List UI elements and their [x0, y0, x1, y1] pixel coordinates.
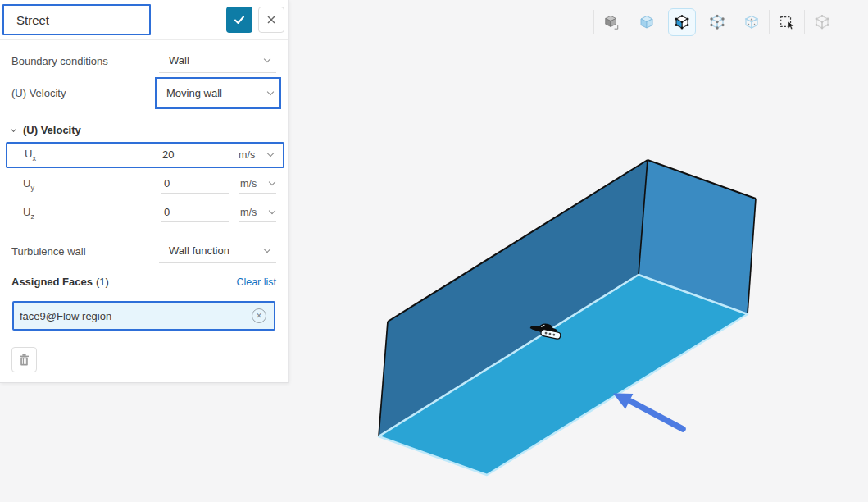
- assigned-faces-box[interactable]: face9@Flow region ×: [12, 301, 275, 331]
- face-chip[interactable]: face9@Flow region ×: [14, 303, 274, 329]
- boundary-conditions-label: Boundary conditions: [11, 55, 159, 67]
- assigned-faces-label: Assigned Faces: [11, 276, 93, 288]
- turbulence-wall-row: Turbulence wall Wall function: [0, 235, 288, 267]
- ux-unit-select[interactable]: m/s: [237, 147, 275, 164]
- select-edges-icon[interactable]: [743, 13, 760, 31]
- delete-button[interactable]: [11, 347, 37, 372]
- chevron-down-icon: [269, 208, 275, 214]
- ux-unit-value: m/s: [239, 149, 255, 161]
- boundary-conditions-value: Wall: [169, 54, 189, 66]
- chevron-down-icon: [267, 89, 274, 95]
- turbulence-wall-value: Wall function: [169, 244, 229, 257]
- velocity-type-select[interactable]: Moving wall: [155, 77, 281, 109]
- velocity-direction-arrow: [613, 394, 683, 430]
- uy-label: Uy: [23, 177, 152, 192]
- boundary-conditions-row: Boundary conditions Wall: [0, 48, 288, 74]
- uz-value-input[interactable]: [161, 203, 229, 222]
- apply-button[interactable]: [226, 7, 252, 33]
- ux-value-input[interactable]: [159, 146, 228, 164]
- uz-unit-select[interactable]: m/s: [239, 204, 276, 222]
- bc-name-row: [0, 0, 288, 40]
- velocity-type-row: (U) Velocity Moving wall: [0, 75, 288, 111]
- uz-unit-value: m/s: [240, 207, 257, 218]
- cancel-button[interactable]: [258, 7, 284, 33]
- chevron-down-icon: [264, 55, 270, 62]
- select-vertices-icon[interactable]: [709, 13, 725, 31]
- velocity-uz-row: Uz m/s: [0, 199, 288, 227]
- boundary-conditions-select[interactable]: Wall: [159, 49, 276, 73]
- velocity-type-label: (U) Velocity: [11, 87, 155, 99]
- panel-footer: [0, 340, 288, 374]
- uy-unit-select[interactable]: m/s: [239, 176, 276, 194]
- uz-label: Uz: [23, 206, 152, 221]
- chevron-down-icon: [264, 245, 270, 252]
- turbulence-wall-label: Turbulence wall: [11, 245, 159, 258]
- toolbar-separator: [804, 10, 805, 34]
- velocity-uy-row: Uy m/s: [0, 170, 288, 199]
- select-faces-icon[interactable]: [674, 13, 690, 31]
- assigned-faces-count: (1): [96, 276, 236, 288]
- boundary-condition-panel: Boundary conditions Wall (U) Velocity Mo…: [0, 0, 289, 383]
- ux-label: Ux: [25, 148, 150, 162]
- collapse-chevron-icon[interactable]: [11, 126, 16, 131]
- view-cube-icon[interactable]: [603, 13, 620, 31]
- close-icon: [265, 13, 278, 26]
- bc-name-input[interactable]: [2, 4, 151, 35]
- box-select-icon[interactable]: [779, 13, 795, 31]
- trash-icon: [18, 354, 30, 367]
- velocity-type-value: Moving wall: [166, 87, 222, 99]
- select-volumes-icon[interactable]: [639, 13, 655, 31]
- face-chip-label: face9@Flow region: [20, 310, 111, 322]
- toolbar-separator: [769, 10, 770, 34]
- chevron-down-icon: [267, 150, 274, 157]
- remove-face-icon[interactable]: ×: [252, 308, 266, 323]
- velocity-section-title: (U) Velocity: [23, 124, 81, 136]
- velocity-ux-row: Ux m/s: [6, 142, 284, 168]
- view-toolbar: [593, 6, 839, 39]
- assigned-faces-header: Assigned Faces (1) Clear list: [0, 276, 288, 295]
- check-icon: [232, 12, 247, 27]
- toolbar-separator: [593, 10, 594, 34]
- chevron-down-icon: [269, 179, 275, 185]
- turbulence-wall-select[interactable]: Wall function: [159, 240, 276, 263]
- toolbar-separator: [629, 10, 629, 34]
- uy-value-input[interactable]: [161, 175, 229, 194]
- active-tool-highlight: [668, 8, 696, 36]
- uy-unit-value: m/s: [240, 178, 257, 189]
- clear-list-link[interactable]: Clear list: [236, 276, 276, 288]
- velocity-section-header[interactable]: (U) Velocity: [0, 119, 288, 140]
- hidden-geometry-icon: [814, 13, 830, 31]
